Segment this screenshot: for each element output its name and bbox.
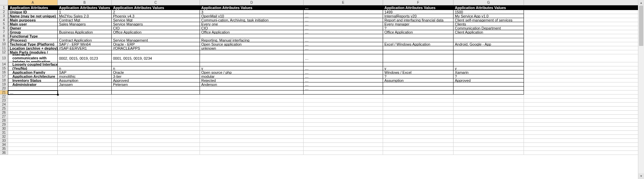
cell-A27[interactable] [8, 115, 58, 119]
cell-A17[interactable]: Application Architecture [8, 74, 58, 78]
row-header-4[interactable]: 4 [0, 18, 8, 22]
cell-G20[interactable] [453, 86, 524, 91]
cell-G10[interactable]: Android, Google - App [453, 42, 524, 46]
cell-C19[interactable]: Petersen [112, 82, 200, 86]
column-header-F[interactable]: F [383, 0, 453, 5]
cell-D4[interactable]: Communi-cation, Archiving, task initiati… [200, 18, 304, 22]
cell-C33[interactable] [112, 139, 200, 143]
cell-G1[interactable]: Application Attributes Values [453, 5, 524, 10]
cell-D18[interactable]: Rejected [200, 78, 304, 82]
cell-D27[interactable] [200, 115, 304, 119]
cell-D23[interactable] [200, 99, 304, 103]
cell-E24[interactable] [304, 103, 383, 107]
cell-B19[interactable]: Janssen [58, 82, 112, 86]
cell-C4[interactable]: Service Mgt [112, 18, 200, 22]
cell-B31[interactable] [58, 131, 112, 135]
cell-B3[interactable]: Me2You Sales 2.0 [58, 14, 112, 18]
cell-C23[interactable] [112, 99, 200, 103]
cell-D16[interactable]: Open source / php [200, 70, 304, 74]
cell-C7[interactable]: Office Application [112, 30, 200, 34]
cell-C28[interactable] [112, 119, 200, 123]
cell-C9[interactable]: Service Management [112, 38, 200, 42]
scroll-down-button[interactable]: ▼ [638, 173, 644, 179]
cell-D12[interactable] [200, 50, 304, 54]
cell-F4[interactable]: Report and interfacing financial data [383, 18, 453, 22]
cell-G30[interactable] [453, 127, 524, 131]
cell-F15[interactable]: y [383, 66, 453, 70]
cell-C13[interactable]: 0001, 0015, 0019, 0234 [112, 54, 200, 62]
cell-F29[interactable] [383, 123, 453, 127]
row-header-1[interactable]: 1 [0, 5, 8, 10]
cell-A31[interactable] [8, 131, 58, 135]
cell-G33[interactable] [453, 139, 524, 143]
row-header-3[interactable]: 3 [0, 14, 8, 18]
cell-D2[interactable]: 3 [200, 10, 304, 14]
cell-G11[interactable] [453, 46, 524, 50]
row-header-33[interactable]: 33 [0, 139, 8, 143]
cell-D22[interactable] [200, 95, 304, 99]
vertical-scrollbar[interactable]: ▲ ▼ [638, 0, 644, 179]
cell-E27[interactable] [304, 115, 383, 119]
cell-C12[interactable] [112, 50, 200, 54]
cell-C27[interactable] [112, 115, 200, 119]
cell-G16[interactable]: Xamarin [453, 70, 524, 74]
cell-D1[interactable]: Application Attributes Values [200, 5, 304, 10]
row-header-28[interactable]: 28 [0, 119, 8, 123]
cell-C5[interactable]: Service Managers [112, 22, 200, 26]
cell-B23[interactable] [58, 99, 112, 103]
cell-B16[interactable]: SAP [58, 70, 112, 74]
cell-G29[interactable] [453, 123, 524, 127]
cell-G5[interactable]: Clients [453, 22, 524, 26]
cell-F1[interactable]: Application Attributes Values [383, 5, 453, 10]
cell-A30[interactable] [8, 127, 58, 131]
cell-A24[interactable] [8, 103, 58, 107]
column-header-D[interactable]: D [200, 0, 304, 5]
cell-C16[interactable]: Oracle [112, 70, 200, 74]
cell-E32[interactable] [304, 135, 383, 139]
cell-D35[interactable] [200, 147, 304, 151]
cell-C35[interactable] [112, 147, 200, 151]
row-header-31[interactable]: 31 [0, 131, 8, 135]
cell-B17[interactable]: monolithic [58, 74, 112, 78]
cell-B8[interactable] [58, 34, 112, 38]
cell-E7[interactable]: … [304, 30, 383, 34]
cell-A4[interactable]: Main purposes [8, 18, 58, 22]
cell-A13[interactable]: Interfaces/ communicates with /relates t… [8, 54, 58, 62]
cell-E33[interactable] [304, 139, 383, 143]
cell-A18[interactable]: Inventory Status [8, 78, 58, 82]
cell-D14[interactable] [200, 62, 304, 66]
cell-F6[interactable]: ? [383, 26, 453, 30]
cell-F21[interactable] [383, 91, 453, 95]
cell-E23[interactable] [304, 99, 383, 103]
cell-F35[interactable] [383, 147, 453, 151]
cell-F3[interactable]: InternalReports v20 [383, 14, 453, 18]
cell-F24[interactable] [383, 103, 453, 107]
cell-E9[interactable]: … [304, 38, 383, 42]
cell-G18[interactable]: Approved [453, 78, 524, 82]
cell-G12[interactable] [453, 50, 524, 54]
cell-A16[interactable]: Application Family [8, 70, 58, 74]
cell-C22[interactable] [112, 95, 200, 99]
select-all-corner[interactable] [0, 0, 8, 5]
cell-F11[interactable] [383, 46, 453, 50]
cell-B36[interactable] [58, 151, 112, 155]
cell-G17[interactable]: ? [453, 74, 524, 78]
cell-E21[interactable] [304, 91, 383, 95]
cell-B22[interactable] [58, 95, 112, 99]
cell-B9[interactable]: Contract Application [58, 38, 112, 42]
cell-D36[interactable] [200, 151, 304, 155]
column-header-E[interactable]: E [304, 0, 383, 5]
cell-E17[interactable]: … [304, 74, 383, 78]
row-header-23[interactable]: 23 [0, 99, 8, 103]
cell-B2[interactable]: 1 [58, 10, 112, 14]
cell-B34[interactable] [58, 143, 112, 147]
row-header-34[interactable]: 34 [0, 143, 8, 147]
scroll-track[interactable] [638, 6, 644, 173]
cell-A22[interactable] [8, 95, 58, 99]
cell-A5[interactable]: Main user [8, 22, 58, 26]
row-header-24[interactable]: 24 [0, 103, 8, 107]
cell-E22[interactable] [304, 95, 383, 99]
cell-B25[interactable] [58, 107, 112, 111]
cell-E35[interactable] [304, 147, 383, 151]
cell-E30[interactable] [304, 127, 383, 131]
